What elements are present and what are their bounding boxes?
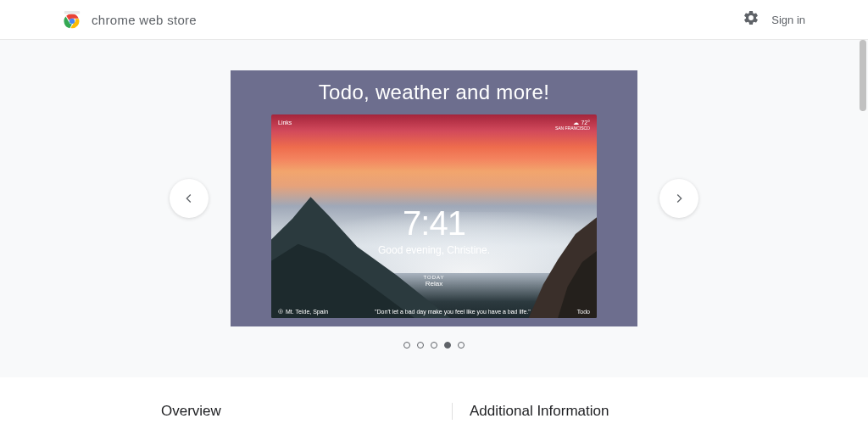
details-row: Overview Additional Information: [161, 377, 707, 420]
carousel-dot[interactable]: [458, 342, 465, 349]
chrome-web-store-logo-icon[interactable]: [63, 10, 81, 29]
preview-quote: "Don't let a bad day make you feel like …: [328, 309, 577, 315]
preview-bottom-row: ◎ Mt. Teide, Spain "Don't let a bad day …: [278, 308, 590, 315]
sign-in-link[interactable]: Sign in: [771, 14, 805, 26]
preview-time: 7:41: [271, 204, 597, 243]
carousel-next-button[interactable]: [659, 179, 698, 218]
preview-weather: ☁ 72° SAN FRANCISCO: [555, 120, 590, 131]
additional-info-column: Additional Information: [453, 403, 707, 420]
header-left: chrome web store: [63, 10, 197, 29]
preview-links-label: Links: [278, 120, 292, 131]
carousel-prev-button[interactable]: [170, 179, 209, 218]
carousel: Todo, weather and more! Links ☁ 72°: [0, 70, 868, 326]
svg-point-1: [70, 19, 75, 24]
carousel-dot[interactable]: [403, 342, 410, 349]
overview-heading: Overview: [161, 403, 435, 420]
overview-column: Overview: [161, 403, 453, 420]
additional-info-heading: Additional Information: [470, 403, 690, 420]
chevron-right-icon: [672, 192, 686, 205]
slide-headline: Todo, weather and more!: [319, 81, 549, 104]
chevron-left-icon: [182, 192, 196, 205]
svg-rect-2: [64, 11, 80, 14]
gallery-section: Todo, weather and more! Links ☁ 72°: [0, 40, 868, 377]
scrollbar[interactable]: [854, 40, 868, 424]
preview-center: 7:41 Good evening, Christine.: [271, 204, 597, 256]
carousel-dots: [0, 342, 868, 349]
carousel-dot[interactable]: [444, 342, 451, 349]
header-right: Sign in: [743, 9, 848, 30]
gear-icon[interactable]: [743, 9, 760, 30]
carousel-dot[interactable]: [417, 342, 424, 349]
header: chrome web store Sign in: [0, 0, 868, 40]
preview-top-row: Links ☁ 72° SAN FRANCISCO: [278, 120, 590, 131]
preview-location: SAN FRANCISCO: [555, 126, 590, 131]
carousel-slide: Todo, weather and more! Links ☁ 72°: [231, 70, 637, 326]
scrollbar-thumb[interactable]: [860, 40, 866, 111]
carousel-dot[interactable]: [431, 342, 437, 349]
preview-photo-credit: Mt. Teide, Spain: [286, 309, 328, 315]
preview-brand: Todo: [577, 309, 590, 315]
store-title[interactable]: chrome web store: [92, 13, 197, 27]
slide-preview: Links ☁ 72° SAN FRANCISCO 7:41 Good even…: [271, 114, 597, 318]
preview-greeting: Good evening, Christine.: [271, 244, 597, 256]
preview-today-value: Relax: [271, 280, 597, 287]
preview-today: TODAY Relax: [271, 275, 597, 287]
camera-icon: ◎: [278, 308, 283, 315]
